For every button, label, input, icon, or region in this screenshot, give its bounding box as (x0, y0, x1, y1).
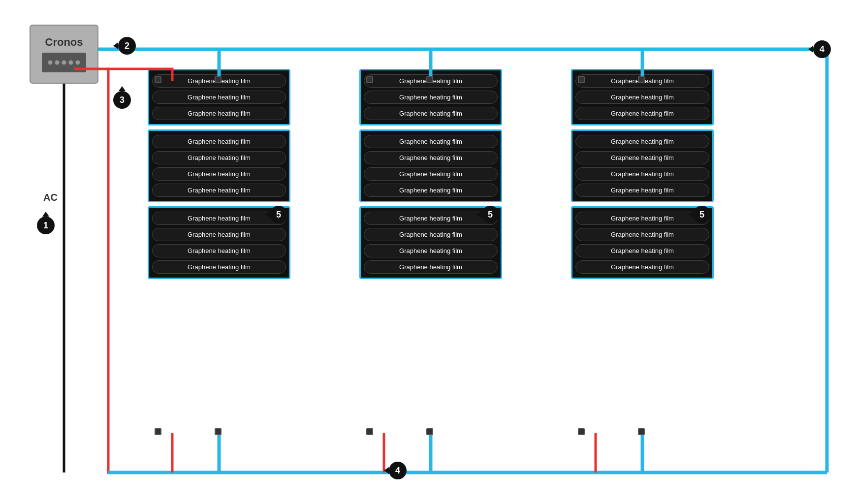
film-strip: Graphene heating film (152, 107, 286, 120)
panel-block-1-2: Graphene heating film Graphene heating f… (148, 129, 290, 202)
film-strip: Graphene heating film (575, 107, 709, 120)
badge-2: 2 (118, 37, 136, 55)
connector-col1-top-left (155, 76, 161, 83)
panel-column-2: Graphene heating film Graphene heating f… (359, 69, 502, 279)
film-strip: Graphene heating film (364, 107, 498, 120)
film-strip: Graphene heating film (364, 228, 498, 241)
badge-4b: 4 (389, 462, 407, 479)
btn2 (55, 60, 60, 65)
btn3 (62, 60, 66, 65)
film-strip: Graphene heating film (152, 244, 286, 257)
btn4 (68, 60, 73, 65)
film-strip: Graphene heating film (575, 151, 709, 164)
connector-col3-top-right (638, 76, 645, 83)
connector-col1-top-right (215, 76, 222, 83)
film-strip: Graphene heating film (575, 228, 709, 241)
panel-column-3: Graphene heating film Graphene heating f… (571, 69, 714, 279)
connector-col2-bot-right (426, 428, 433, 435)
cronos-brand: Cronos (45, 36, 83, 49)
film-strip: Graphene heating film (364, 260, 498, 274)
cronos-screen (42, 53, 86, 72)
film-strip: Graphene heating film (152, 184, 286, 197)
film-strip: Graphene heating film (575, 135, 709, 148)
film-strip: Graphene heating film (575, 260, 709, 274)
film-strip: Graphene heating film (364, 151, 498, 164)
film-strip: Graphene heating film (364, 184, 498, 197)
badge-5b: 5 (481, 206, 499, 223)
connector-col3-bot-right (638, 428, 645, 435)
film-strip: Graphene heating film (575, 167, 709, 181)
badge-3: 3 (113, 91, 131, 109)
film-strip: Graphene heating film (575, 244, 709, 257)
connector-col3-bot-left (578, 428, 585, 435)
panel-block-2-2: Graphene heating film Graphene heating f… (359, 129, 502, 202)
film-strip: Graphene heating film (152, 260, 286, 274)
badge-5c: 5 (693, 206, 711, 223)
badge-4a: 4 (813, 40, 831, 58)
connector-col2-top-right (426, 76, 433, 83)
film-strip: Graphene heating film (152, 228, 286, 241)
film-strip: Graphene heating film (575, 91, 709, 104)
connector-col2-bot-left (366, 428, 373, 435)
film-strip: Graphene heating film (152, 91, 286, 104)
film-strip: Graphene heating film (152, 135, 286, 148)
film-strip: Graphene heating film (364, 167, 498, 181)
cronos-controller: Cronos (30, 25, 98, 84)
ac-label: AC (43, 192, 58, 203)
panel-block-3-2: Graphene heating film Graphene heating f… (571, 129, 714, 202)
panel-column-1: Graphene heating film Graphene heating f… (148, 69, 290, 279)
film-strip: Graphene heating film (152, 167, 286, 181)
film-strip: Graphene heating film (152, 151, 286, 164)
film-strip: Graphene heating film (364, 135, 498, 148)
connector-col1-bot-left (155, 428, 161, 435)
film-strip: Graphene heating film (364, 244, 498, 257)
btn5 (75, 60, 80, 65)
badge-5a: 5 (270, 206, 287, 223)
btn1 (48, 60, 53, 65)
connector-col2-top-left (366, 76, 373, 83)
connector-col3-top-left (578, 76, 585, 83)
connector-col1-bot-right (215, 428, 222, 435)
film-strip: Graphene heating film (364, 91, 498, 104)
film-strip: Graphene heating film (575, 184, 709, 197)
badge-1: 1 (37, 217, 55, 234)
